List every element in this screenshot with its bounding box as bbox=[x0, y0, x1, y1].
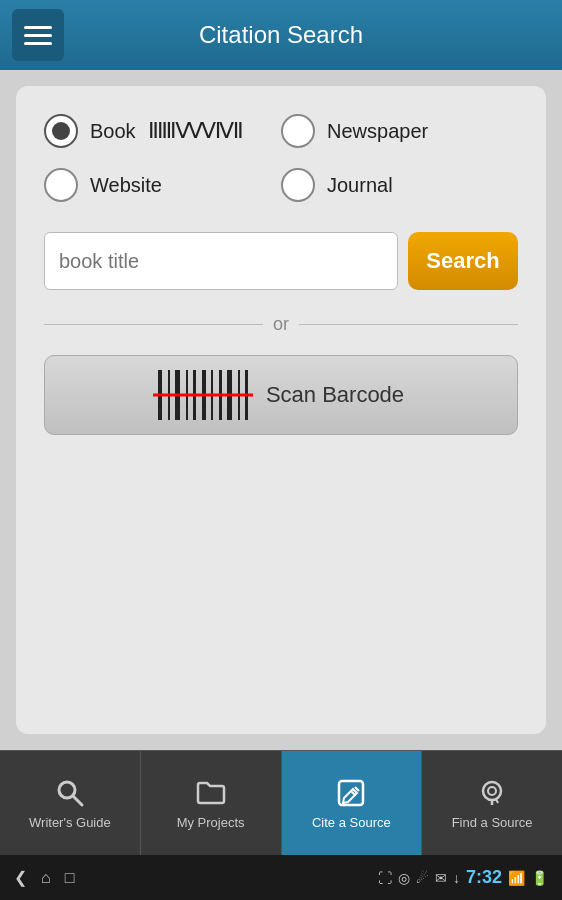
nav-find-source[interactable]: Find a Source bbox=[422, 751, 562, 855]
red-scan-line bbox=[153, 394, 253, 397]
menu-line bbox=[24, 42, 52, 45]
search-row: Search bbox=[44, 232, 518, 290]
radio-group: Book ⅡⅢⅣⅤⅥⅦ Newspaper Website Journal bbox=[44, 114, 518, 202]
nav-label-writers-guide: Writer's Guide bbox=[29, 815, 111, 830]
usb-icon: ☄ bbox=[416, 870, 429, 886]
nav-label-find-source: Find a Source bbox=[452, 815, 533, 830]
menu-button[interactable] bbox=[12, 9, 64, 61]
radio-label-newspaper: Newspaper bbox=[327, 120, 428, 143]
barcode-icon: ⅡⅢⅣⅤⅥⅦ bbox=[148, 118, 242, 144]
email-icon: ✉ bbox=[435, 870, 447, 886]
download-icon: ↓ bbox=[453, 870, 460, 886]
header: Citation Search bbox=[0, 0, 562, 70]
page-title: Citation Search bbox=[64, 21, 498, 49]
search-input[interactable] bbox=[44, 232, 398, 290]
nav-my-projects[interactable]: My Projects bbox=[141, 751, 282, 855]
menu-line bbox=[24, 26, 52, 29]
radio-label-journal: Journal bbox=[327, 174, 393, 197]
edit-icon bbox=[335, 777, 367, 809]
menu-line bbox=[24, 34, 52, 37]
folder-icon bbox=[195, 777, 227, 809]
svg-point-5 bbox=[488, 787, 496, 795]
clock: 7:32 bbox=[466, 867, 502, 888]
radio-label-website: Website bbox=[90, 174, 162, 197]
radio-book[interactable]: Book ⅡⅢⅣⅤⅥⅦ bbox=[44, 114, 281, 148]
status-right-icons: ⛶ ◎ ☄ ✉ ↓ 7:32 📶 🔋 bbox=[378, 867, 548, 888]
radio-journal[interactable]: Journal bbox=[281, 168, 518, 202]
divider-right bbox=[299, 324, 518, 325]
search-card: Book ⅡⅢⅣⅤⅥⅦ Newspaper Website Journal S bbox=[16, 86, 546, 734]
svg-line-1 bbox=[73, 796, 82, 805]
svg-point-4 bbox=[483, 782, 501, 800]
divider-text: or bbox=[273, 314, 289, 335]
divider-row: or bbox=[44, 314, 518, 335]
location-icon: ◎ bbox=[398, 870, 410, 886]
scan-barcode-button[interactable]: Scan Barcode bbox=[44, 355, 518, 435]
nav-writers-guide[interactable]: Writer's Guide bbox=[0, 751, 141, 855]
back-icon[interactable]: ❮ bbox=[14, 868, 27, 887]
scan-barcode-icon bbox=[158, 370, 248, 420]
radio-circle-book bbox=[44, 114, 78, 148]
radio-website[interactable]: Website bbox=[44, 168, 281, 202]
search-button[interactable]: Search bbox=[408, 232, 518, 290]
home-icon[interactable]: ⌂ bbox=[41, 869, 51, 887]
search-icon bbox=[54, 777, 86, 809]
nav-cite-source[interactable]: Cite a Source bbox=[282, 751, 423, 855]
expand-icon: ⛶ bbox=[378, 870, 392, 886]
find-icon bbox=[476, 777, 508, 809]
nav-label-my-projects: My Projects bbox=[177, 815, 245, 830]
status-left-icons: ❮ ⌂ □ bbox=[14, 868, 74, 887]
radio-newspaper[interactable]: Newspaper bbox=[281, 114, 518, 148]
radio-inner-book bbox=[52, 122, 70, 140]
divider-left bbox=[44, 324, 263, 325]
scan-barcode-label: Scan Barcode bbox=[266, 382, 404, 408]
radio-circle-website bbox=[44, 168, 78, 202]
battery-icon: 🔋 bbox=[531, 870, 548, 886]
recent-icon[interactable]: □ bbox=[65, 869, 75, 887]
nav-label-cite-source: Cite a Source bbox=[312, 815, 391, 830]
wifi-icon: 📶 bbox=[508, 870, 525, 886]
radio-label-book: Book bbox=[90, 120, 136, 143]
status-bar: ❮ ⌂ □ ⛶ ◎ ☄ ✉ ↓ 7:32 📶 🔋 bbox=[0, 855, 562, 900]
radio-circle-newspaper bbox=[281, 114, 315, 148]
radio-circle-journal bbox=[281, 168, 315, 202]
bottom-nav: Writer's Guide My Projects Cite a Source… bbox=[0, 750, 562, 855]
main-content: Book ⅡⅢⅣⅤⅥⅦ Newspaper Website Journal S bbox=[0, 70, 562, 750]
